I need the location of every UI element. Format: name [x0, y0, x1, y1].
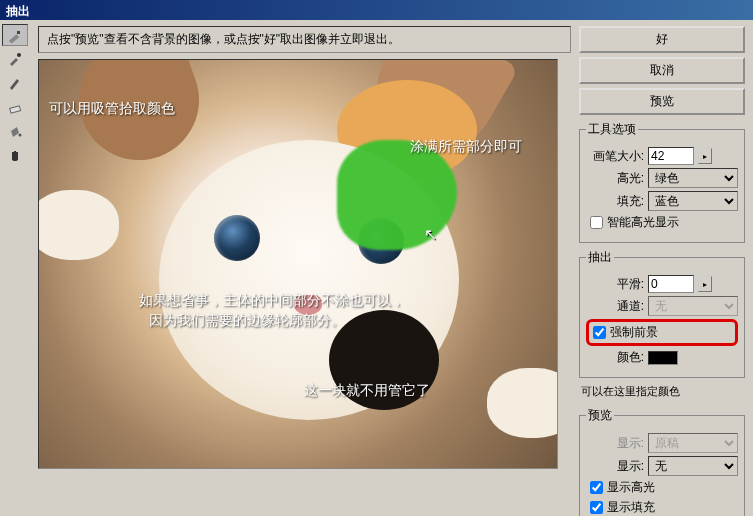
hint-bar: 点按"预览"查看不含背景的图像，或点按"好"取出图像并立即退出。 [38, 26, 571, 53]
image-canvas[interactable]: ↖ 可以用吸管拾取颜色 涂满所需部分即可 如果想省事，主体的中间部分不涂也可以，… [38, 59, 558, 469]
preview-group: 预览 显示: 原稿 显示: 无 显示高光 显示填充 [579, 407, 745, 516]
extract-color-swatch[interactable] [648, 351, 678, 365]
extract-legend: 抽出 [586, 249, 614, 266]
brush-size-spinner[interactable]: ▸ [698, 148, 712, 164]
smooth-input[interactable] [648, 275, 694, 293]
show-fill-checkbox[interactable] [590, 501, 603, 514]
overlay-text-4: 这一块就不用管它了 [304, 382, 430, 400]
center-column: 点按"预览"查看不含背景的图像，或点按"好"取出图像并立即退出。 ↖ 可以用吸管… [32, 20, 577, 516]
fill-tool-icon[interactable] [2, 120, 28, 142]
svg-rect-0 [9, 34, 19, 43]
extract-color-label: 颜色: [586, 349, 644, 366]
preview-legend: 预览 [586, 407, 614, 424]
cancel-button[interactable]: 取消 [579, 57, 745, 84]
window-title: 抽出 [6, 4, 30, 18]
show-highlight-checkbox[interactable] [590, 481, 603, 494]
highlight-color-label: 高光: [586, 170, 644, 187]
hand-tool-icon[interactable] [2, 144, 28, 166]
show-select[interactable]: 原稿 [648, 433, 738, 453]
kitten-image: ↖ 可以用吸管拾取颜色 涂满所需部分即可 如果想省事，主体的中间部分不涂也可以，… [39, 60, 557, 468]
overlay-text-3a: 如果想省事，主体的中间部分不涂也可以， [139, 292, 405, 310]
brush-size-label: 画笔大小: [586, 148, 644, 165]
extract-group: 抽出 平滑: ▸ 通道: 无 强制前景 颜色: [579, 249, 745, 378]
channel-label: 通道: [586, 298, 644, 315]
svg-point-4 [19, 134, 22, 137]
fill-color-label: 填充: [586, 193, 644, 210]
preview-button[interactable]: 预览 [579, 88, 745, 115]
smart-highlight-checkbox[interactable] [590, 216, 603, 229]
force-foreground-label: 强制前景 [610, 324, 658, 341]
window-titlebar: 抽出 [0, 0, 753, 20]
highlight-color-select[interactable]: 绿色 [648, 168, 738, 188]
channel-select[interactable]: 无 [648, 296, 738, 316]
ok-button[interactable]: 好 [579, 26, 745, 53]
force-foreground-checkbox[interactable] [593, 326, 606, 339]
force-foreground-highlight: 强制前景 [586, 319, 738, 346]
eyedropper-tool-icon[interactable] [2, 48, 28, 70]
display-select[interactable]: 无 [648, 456, 738, 476]
fill-color-select[interactable]: 蓝色 [648, 191, 738, 211]
smooth-spinner[interactable]: ▸ [698, 276, 712, 292]
highlighter-tool-icon[interactable] [2, 24, 28, 46]
show-fill-label: 显示填充 [607, 499, 655, 516]
right-panel: 好 取消 预览 工具选项 画笔大小: ▸ 高光: 绿色 填充: 蓝色 智能高光显… [577, 20, 753, 516]
overlay-text-3b: 因为我们需要的边缘轮廓部分。 [149, 312, 345, 330]
show-label: 显示: [586, 435, 644, 452]
show-highlight-label: 显示高光 [607, 479, 655, 496]
svg-rect-1 [17, 31, 20, 34]
display-label: 显示: [586, 458, 644, 475]
eraser-tool-icon[interactable] [2, 96, 28, 118]
tool-options-legend: 工具选项 [586, 121, 638, 138]
vertical-toolbar [0, 20, 32, 516]
color-note: 可以在这里指定颜色 [581, 384, 743, 399]
main-layout: 点按"预览"查看不含背景的图像，或点按"好"取出图像并立即退出。 ↖ 可以用吸管… [0, 20, 753, 516]
brush-tool-icon[interactable] [2, 72, 28, 94]
overlay-text-1: 可以用吸管拾取颜色 [49, 100, 175, 118]
svg-point-2 [17, 53, 21, 57]
hint-text: 点按"预览"查看不含背景的图像，或点按"好"取出图像并立即退出。 [47, 32, 400, 46]
cursor-icon: ↖ [424, 225, 437, 244]
svg-rect-3 [10, 106, 21, 113]
brush-size-input[interactable] [648, 147, 694, 165]
smart-highlight-label: 智能高光显示 [607, 214, 679, 231]
overlay-text-2: 涂满所需部分即可 [410, 138, 522, 156]
tool-options-group: 工具选项 画笔大小: ▸ 高光: 绿色 填充: 蓝色 智能高光显示 [579, 121, 745, 243]
smooth-label: 平滑: [586, 276, 644, 293]
